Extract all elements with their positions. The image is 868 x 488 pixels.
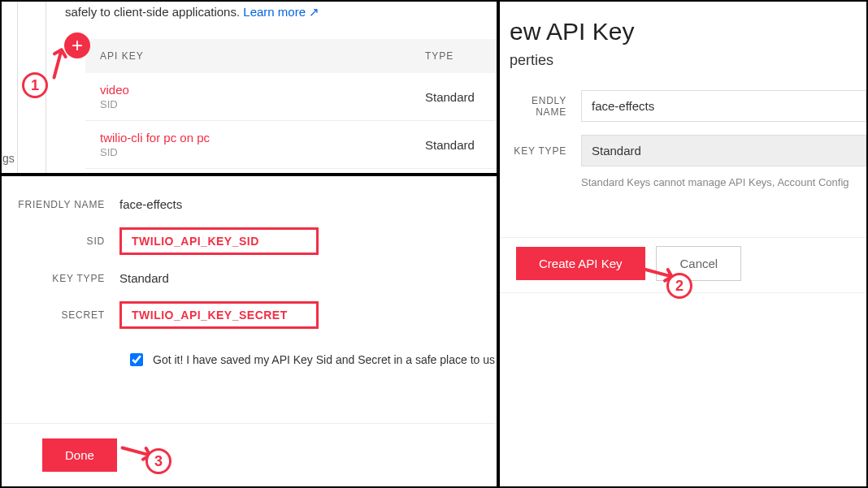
sid-row: SID TWILIO_API_KEY_SID: [2, 219, 497, 263]
key-sid: SID: [100, 146, 425, 158]
form-actions: Done: [2, 423, 497, 486]
section-subtitle: perties: [500, 52, 866, 84]
step-badge-2: 2: [666, 273, 692, 299]
column-type: TYPE: [425, 50, 484, 62]
intro-suffix: safely to client-side applications.: [65, 5, 240, 19]
key-type-row: KEY TYPE Standard: [500, 128, 866, 173]
key-type-select[interactable]: Standard: [581, 135, 866, 166]
done-button[interactable]: Done: [42, 438, 117, 472]
intro-text: safely to client-side applications. Lear…: [65, 5, 319, 19]
key-type-row: KEY TYPE Standard: [2, 263, 497, 293]
friendly-name-input[interactable]: [581, 90, 866, 122]
step-badge-1: 1: [22, 72, 48, 98]
secret-row: SECRET TWILIO_API_KEY_SECRET: [2, 293, 497, 337]
key-type-label: KEY TYPE: [500, 145, 581, 157]
key-name: twilio-cli for pc on pc: [100, 131, 425, 145]
key-type-value: Standard: [425, 90, 475, 104]
key-name: video: [100, 83, 425, 97]
divider: [17, 2, 18, 175]
step-badge-3: 3: [145, 448, 171, 474]
friendly-name-label: ENDLY NAME: [500, 95, 581, 118]
confirm-saved-row: Got it! I have saved my API Key Sid and …: [2, 337, 497, 366]
friendly-name-row: FRIENDLY NAME face-effects: [2, 189, 497, 219]
secret-label: SECRET: [2, 309, 119, 321]
table-row[interactable]: video SID Standard: [85, 73, 498, 121]
friendly-name-value: face-effects: [119, 197, 182, 211]
learn-more-link[interactable]: Learn more ↗: [243, 5, 319, 19]
column-api-key: API KEY: [100, 50, 425, 62]
api-keys-table: API KEY TYPE video SID Standard twilio-c…: [85, 39, 498, 169]
key-sid: SID: [100, 98, 425, 110]
create-api-key-button[interactable]: Create API Key: [516, 247, 645, 280]
page-title: ew API Key: [500, 2, 866, 52]
sidebar-fragment: gs: [2, 152, 15, 165]
table-row[interactable]: twilio-cli for pc on pc SID Standard: [85, 121, 498, 169]
api-keys-list-panel: gs safely to client-side applications. L…: [0, 0, 498, 175]
key-type-label: KEY TYPE: [2, 273, 119, 284]
key-type-value: Standard: [425, 138, 475, 152]
friendly-name-row: ENDLY NAME: [500, 84, 866, 128]
sid-label: SID: [2, 235, 119, 247]
key-type-value: Standard: [119, 271, 169, 285]
friendly-name-label: FRIENDLY NAME: [2, 199, 119, 210]
secret-value: TWILIO_API_KEY_SECRET: [119, 301, 319, 329]
table-header: API KEY TYPE: [85, 39, 498, 73]
confirm-saved-label: Got it! I have saved my API Key Sid and …: [153, 353, 495, 366]
api-key-details-panel: FRIENDLY NAME face-effects SID TWILIO_AP…: [0, 175, 498, 488]
sid-value: TWILIO_API_KEY_SID: [119, 227, 319, 255]
new-api-key-panel: ew API Key perties ENDLY NAME KEY TYPE S…: [498, 0, 868, 488]
key-type-note: Standard Keys cannot manage API Keys, Ac…: [500, 173, 866, 188]
confirm-saved-checkbox[interactable]: [130, 353, 143, 366]
